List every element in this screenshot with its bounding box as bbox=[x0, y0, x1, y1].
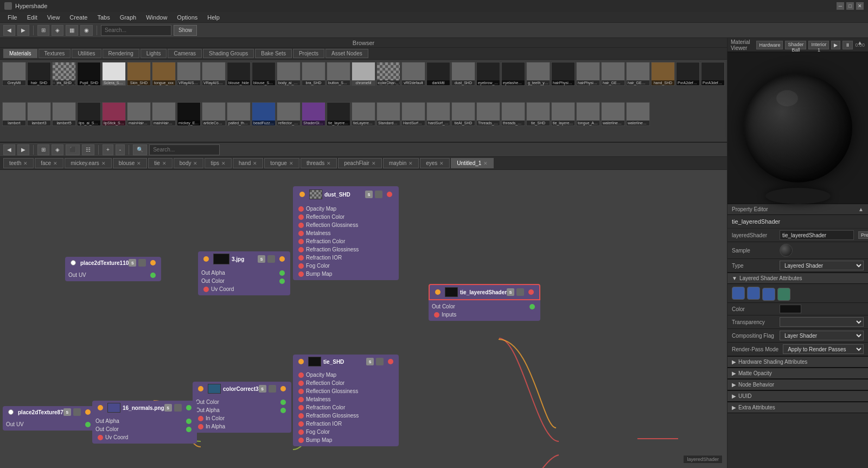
node-place2dtexture87[interactable]: place2dTexture87 S Out UV bbox=[3, 406, 96, 431]
tb2-btn1[interactable]: ◀ bbox=[3, 144, 15, 155]
mat-thumb-article[interactable]: articleCould1 bbox=[202, 102, 226, 126]
section-header-node-behavior[interactable]: ▶ Node Behavior bbox=[727, 379, 868, 390]
tab-close-tips[interactable]: ✕ bbox=[221, 161, 226, 166]
tab-bake-sets[interactable]: Bake Sets bbox=[255, 49, 292, 58]
tab-close-tongue[interactable]: ✕ bbox=[289, 161, 293, 166]
toolbar-btn-5[interactable]: ▦ bbox=[66, 25, 78, 36]
tb2-btn4[interactable]: ◈ bbox=[52, 144, 63, 155]
tab-tips[interactable]: tips✕ bbox=[205, 158, 232, 168]
mat-thumb-hardsurf1[interactable]: HardSurf_SHD bbox=[401, 102, 425, 126]
prop-compositing-dropdown[interactable]: Layer Shader bbox=[780, 331, 864, 340]
mat-thumb-standardsurf[interactable]: StandardSurf... bbox=[376, 102, 400, 126]
swatch-blue1[interactable] bbox=[732, 287, 745, 300]
mat-thumb-tongue[interactable]: tongue_xxx bbox=[152, 62, 176, 86]
tab-hand[interactable]: hand✕ bbox=[233, 158, 263, 168]
mat-thumb-greymtl[interactable]: GreyMtl bbox=[2, 62, 26, 86]
tab-blouse[interactable]: blouse✕ bbox=[113, 158, 147, 168]
mat-thumb-tieshd[interactable]: tie_SHD bbox=[526, 102, 550, 126]
mat-thumb-eyelashes[interactable]: eyelashes_s bbox=[501, 62, 525, 86]
node-place2dtexture110[interactable]: place2dTexture110 S Out UV bbox=[65, 257, 161, 281]
mat-thumb-bra[interactable]: bra_SHD bbox=[302, 62, 326, 86]
mat-thumb-lips[interactable]: lips_ai_SHD bbox=[77, 102, 101, 126]
mat-thumb-darkmtl[interactable]: darkMtl bbox=[426, 62, 450, 86]
menu-edit[interactable]: Edit bbox=[23, 13, 42, 22]
tab-close-blouse[interactable]: ✕ bbox=[137, 161, 141, 166]
mat-thumb-blouse-shd[interactable]: blouse_SHD bbox=[252, 62, 276, 86]
toolbar-btn-2[interactable]: ▶ bbox=[17, 25, 29, 36]
menu-view[interactable]: View bbox=[43, 13, 65, 22]
tab-close-teeth[interactable]: ✕ bbox=[23, 161, 28, 166]
show-button[interactable]: Show bbox=[174, 25, 197, 36]
mat-thumb-waterline2[interactable]: waterline_L... bbox=[626, 102, 650, 126]
search-input[interactable] bbox=[101, 25, 171, 36]
mat-thumb-mickey[interactable]: mickey_Ears... bbox=[177, 102, 201, 126]
mat-thumb-hairphys1[interactable]: hairPhysical... bbox=[551, 62, 575, 86]
tab-close-peach[interactable]: ✕ bbox=[372, 161, 376, 166]
minimize-button[interactable]: ─ bbox=[837, 2, 844, 10]
tab-untitled1[interactable]: Untitled_1✕ bbox=[451, 158, 494, 168]
mat-thumb-tielayered3[interactable]: tie_layeredS... bbox=[551, 102, 575, 126]
mat-thumb-hair[interactable]: hair_SHD bbox=[27, 62, 51, 86]
mat-thumb-eyebrow[interactable]: eyebrow_SHD bbox=[476, 62, 500, 86]
section-header-matte[interactable]: ▶ Matte Opacity bbox=[727, 368, 868, 379]
mat-thumb-iris[interactable]: iris_SHD bbox=[52, 62, 76, 86]
mat-thumb-sclera[interactable]: Sclera_SHD bbox=[102, 62, 126, 86]
tab-peachflair[interactable]: peachFlair✕ bbox=[338, 158, 382, 168]
menu-graph[interactable]: Graph bbox=[116, 13, 141, 22]
mat-thumb-chrome[interactable]: chromeM bbox=[352, 62, 375, 86]
toolbar-btn-6[interactable]: ◉ bbox=[80, 25, 93, 36]
tab-shading-groups[interactable]: Shading Groups bbox=[203, 49, 254, 58]
tab-close-eyes[interactable]: ✕ bbox=[439, 161, 444, 166]
node-search-input[interactable] bbox=[149, 144, 220, 155]
prop-color-swatch[interactable] bbox=[780, 305, 801, 313]
tb2-btn8[interactable]: - bbox=[116, 144, 125, 155]
node-dust-shd[interactable]: dust_SHD S Opacity Map Refle bbox=[293, 186, 399, 280]
swatch-blue3[interactable] bbox=[762, 288, 775, 301]
mat-thumb-hardsurf2[interactable]: hardSurf_SHD bbox=[426, 102, 450, 126]
toolbar-btn-4[interactable]: ◈ bbox=[52, 25, 63, 36]
menu-options[interactable]: Options bbox=[173, 13, 202, 22]
tab-face[interactable]: face✕ bbox=[35, 158, 63, 168]
mat-thumb-pupil[interactable]: Pupil_SHD bbox=[77, 62, 101, 86]
tab-projects[interactable]: Projects bbox=[293, 49, 324, 58]
close-button[interactable]: ✕ bbox=[856, 2, 864, 10]
mat-thumb-waterline1[interactable]: waterline_L... bbox=[601, 102, 625, 126]
node-tie-layered-shader[interactable]: tie_layeredShader S Out Color bbox=[429, 284, 540, 321]
menu-tabs[interactable]: Tabs bbox=[93, 13, 114, 22]
tb2-btn9[interactable]: 🔍 bbox=[133, 144, 147, 155]
mat-thumb-pxra2[interactable]: PxrA2default bbox=[676, 62, 700, 86]
browser-collapse[interactable]: ▲ bbox=[857, 40, 863, 46]
mat-thumb-palted[interactable]: palted_thre... bbox=[227, 102, 251, 126]
menu-create[interactable]: Create bbox=[65, 13, 92, 22]
tab-close-hand[interactable]: ✕ bbox=[253, 161, 257, 166]
mat-thumb-tongue-ai[interactable]: tongue_AI_S... bbox=[576, 102, 600, 126]
mat-thumb-blouse-hide[interactable]: blouse_hide bbox=[227, 62, 251, 86]
mat-thumb-vrf2[interactable]: vRf2default bbox=[401, 62, 425, 86]
menu-help[interactable]: Help bbox=[203, 13, 224, 22]
tab-rendering[interactable]: Rendering bbox=[103, 49, 139, 58]
mat-thumb-tieai[interactable]: tieAI_SHD bbox=[451, 102, 475, 126]
mat-thumb-vray2[interactable]: VRayAISurf... bbox=[202, 62, 226, 86]
swatch-green[interactable] bbox=[777, 288, 790, 301]
mat-thumb-lambert3[interactable]: lambert3 bbox=[27, 102, 51, 126]
tab-close-threads[interactable]: ✕ bbox=[327, 161, 331, 166]
tab-close-maybin[interactable]: ✕ bbox=[409, 161, 413, 166]
prop-editor-collapse[interactable]: ▲ bbox=[858, 206, 864, 212]
mat-thumb-tielayered[interactable]: tie_layeredS... bbox=[327, 102, 350, 126]
tab-maybin[interactable]: maybin✕ bbox=[383, 158, 419, 168]
prop-transparency-dropdown[interactable] bbox=[780, 317, 864, 327]
menu-window[interactable]: Window bbox=[142, 13, 171, 22]
menu-file[interactable]: File bbox=[3, 13, 22, 22]
tb2-btn2[interactable]: ▶ bbox=[17, 144, 29, 155]
node-3jpg[interactable]: 3.jpg S Out Alpha Out Color bbox=[198, 251, 290, 295]
tab-lights[interactable]: Lights bbox=[141, 49, 167, 58]
tab-body[interactable]: body✕ bbox=[174, 158, 204, 168]
mat-thumb-hair-geo2[interactable]: hair_GEO-S bbox=[626, 62, 650, 86]
mat-thumb-body[interactable]: body_ai_SHD bbox=[277, 62, 301, 86]
mat-thumb-hairphys2[interactable]: hairPhysical... bbox=[576, 62, 600, 86]
node-tie-shd[interactable]: tie_SHD S Opacity Map Reflec bbox=[293, 355, 399, 446]
mat-thumb-lipstick[interactable]: lipStick_SHD bbox=[102, 102, 126, 126]
maximize-button[interactable]: □ bbox=[846, 2, 854, 10]
toolbar-btn-1[interactable]: ◀ bbox=[3, 25, 15, 36]
mat-thumb-mainhair2[interactable]: mainHairGEO... bbox=[152, 102, 176, 126]
